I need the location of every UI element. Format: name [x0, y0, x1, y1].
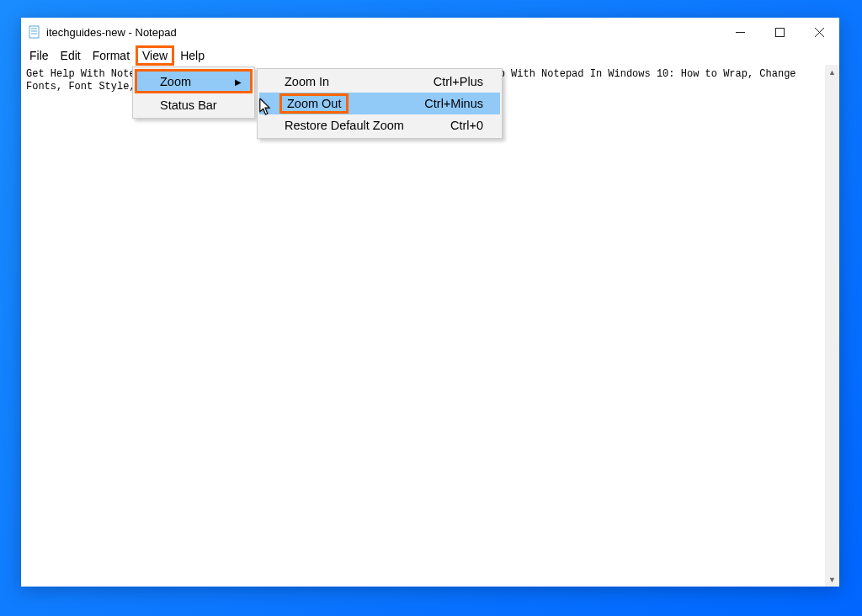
text-area[interactable]: Get Help With Notep et Help With Notepad…: [21, 65, 839, 587]
menu-edit[interactable]: Edit: [55, 46, 87, 65]
minimize-button[interactable]: [721, 18, 760, 46]
menu-view[interactable]: View: [136, 45, 174, 66]
close-button[interactable]: [800, 18, 839, 46]
zoom-in-label: Zoom In: [285, 75, 329, 88]
view-dropdown: Zoom ▶ Status Bar: [132, 66, 255, 119]
zoom-in-item[interactable]: Zoom In Ctrl+Plus: [259, 71, 500, 93]
maximize-button[interactable]: [760, 18, 800, 46]
menu-file[interactable]: File: [24, 46, 55, 65]
window-title: itechguides-new - Notepad: [46, 26, 177, 39]
menu-help[interactable]: Help: [174, 46, 210, 65]
chevron-right-icon: ▶: [235, 77, 242, 86]
zoom-out-item[interactable]: Zoom Out Ctrl+Minus: [259, 93, 500, 114]
zoom-restore-label: Restore Default Zoom: [285, 119, 404, 132]
scroll-down-icon[interactable]: ▼: [825, 572, 839, 587]
zoom-out-shortcut: Ctrl+Minus: [424, 97, 487, 110]
menubar: File Edit Format View Help: [21, 46, 839, 65]
view-statusbar-label: Status Bar: [160, 98, 217, 112]
titlebar[interactable]: itechguides-new - Notepad: [21, 18, 839, 46]
zoom-in-shortcut: Ctrl+Plus: [434, 75, 487, 88]
zoom-restore-item[interactable]: Restore Default Zoom Ctrl+0: [259, 114, 500, 136]
doc-line-2: Fonts, Font Style,: [26, 81, 136, 93]
window-controls: [721, 18, 839, 46]
scroll-up-icon[interactable]: ▲: [825, 65, 839, 79]
svg-rect-0: [29, 26, 39, 38]
svg-rect-5: [776, 28, 785, 36]
vertical-scrollbar[interactable]: ▲ ▼: [825, 65, 839, 587]
view-statusbar-item[interactable]: Status Bar: [135, 93, 253, 116]
menu-format[interactable]: Format: [87, 46, 136, 65]
zoom-out-label: Zoom Out: [279, 93, 349, 114]
view-zoom-label: Zoom: [160, 75, 191, 88]
view-zoom-item[interactable]: Zoom ▶: [135, 69, 253, 93]
notepad-icon: [28, 25, 41, 39]
zoom-dropdown: Zoom In Ctrl+Plus Zoom Out Ctrl+Minus Re…: [257, 68, 503, 139]
zoom-restore-shortcut: Ctrl+0: [450, 119, 487, 132]
